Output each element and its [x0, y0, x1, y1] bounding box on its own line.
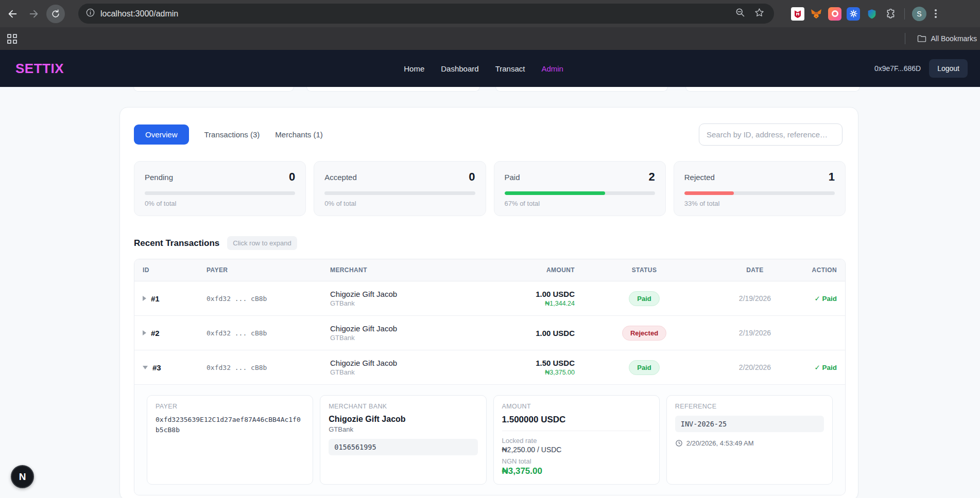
- reference-value: INV-2026-25: [675, 416, 824, 432]
- nav-links: Home Dashboard Transact Admin: [404, 64, 563, 73]
- tab-overview[interactable]: Overview: [134, 124, 189, 145]
- url-text[interactable]: localhost:3000/admin: [100, 9, 735, 19]
- wallet-address: 0x9e7F...686D: [874, 64, 921, 73]
- merchant-bank: GTBank: [329, 425, 477, 433]
- chevron-right-icon: [143, 296, 146, 301]
- nav-link-home[interactable]: Home: [404, 64, 424, 73]
- tx-id: #3: [152, 363, 161, 372]
- detail-card-amount: AMOUNT 1.500000 USDC Locked rate ₦2,250.…: [493, 395, 660, 485]
- table-row-expanded[interactable]: #3 0xfd32 ... cB8b Chigozie Gift JacobGT…: [134, 350, 845, 385]
- tx-action: ✓ Paid: [814, 364, 837, 371]
- progress-fill: [505, 191, 606, 195]
- forward-icon[interactable]: [25, 5, 43, 23]
- table-row[interactable]: #2 0xfd32 ... cB8b Chigozie Gift JacobGT…: [134, 316, 845, 350]
- header-date: DATE: [714, 266, 796, 274]
- tx-bank: GTBank: [330, 334, 467, 342]
- stat-caption: 0% of total: [324, 200, 475, 207]
- detail-label: PAYER: [156, 403, 304, 410]
- stat-card-rejected: Rejected1 33% of total: [674, 161, 846, 216]
- address-bar[interactable]: localhost:3000/admin: [78, 4, 774, 24]
- reload-icon[interactable]: [46, 5, 65, 23]
- stat-value: 1: [829, 170, 835, 184]
- profile-avatar[interactable]: S: [912, 7, 926, 21]
- tx-date: 2/20/2026: [739, 363, 771, 371]
- zoom-out-icon[interactable]: [735, 7, 746, 20]
- section-title: Recent Transactions: [134, 238, 219, 248]
- tx-amount: 1.50 USDC: [467, 359, 575, 367]
- tx-amount-ngn: ₦3,375.00: [467, 369, 575, 376]
- toolbar-divider: [904, 8, 905, 20]
- chevron-right-icon: [143, 330, 146, 335]
- logout-button[interactable]: Logout: [929, 59, 968, 78]
- stat-label: Rejected: [684, 173, 715, 182]
- header-merchant: MERCHANT: [330, 266, 467, 274]
- stat-card-paid: Paid2 67% of total: [494, 161, 666, 216]
- puzzle-extensions-icon[interactable]: [884, 7, 897, 21]
- stat-value: 0: [289, 170, 295, 184]
- mcafee-extension-icon[interactable]: [791, 7, 804, 21]
- menu-dots-icon[interactable]: [932, 9, 940, 18]
- tx-id: #2: [151, 329, 160, 337]
- detail-label: MERCHANT BANK: [329, 403, 477, 410]
- brand-logo[interactable]: SETTIX: [15, 61, 64, 77]
- tx-date: 2/19/2026: [739, 329, 771, 337]
- tx-amount: 1.00 USDC: [467, 290, 575, 298]
- detail-label: AMOUNT: [502, 403, 651, 410]
- header-action: ACTION: [796, 266, 845, 274]
- progress-track: [324, 191, 475, 195]
- reference-timestamp: 2/20/2026, 4:53:49 AM: [686, 439, 754, 447]
- detail-label: REFERENCE: [675, 403, 824, 410]
- header-amount: AMOUNT: [467, 266, 575, 274]
- bookmarks-divider: [905, 33, 905, 44]
- progress-track: [145, 191, 295, 195]
- tab-transactions[interactable]: Transactions (3): [204, 130, 260, 139]
- expand-hint-badge: Click row to expand: [227, 236, 297, 250]
- bookmark-star-icon[interactable]: [754, 7, 765, 20]
- clock-icon: [675, 439, 683, 447]
- site-info-icon[interactable]: [85, 8, 95, 20]
- ngn-total-value: ₦3,375.00: [502, 466, 651, 476]
- tx-id: #1: [151, 294, 160, 303]
- status-badge: Paid: [629, 360, 659, 375]
- header-id: ID: [134, 266, 207, 274]
- stat-caption: 0% of total: [145, 200, 295, 207]
- stat-card-accepted: Accepted0 0% of total: [314, 161, 486, 216]
- back-icon[interactable]: [3, 5, 22, 23]
- all-bookmarks-label: All Bookmarks: [931, 34, 977, 43]
- nav-link-dashboard[interactable]: Dashboard: [441, 64, 478, 73]
- nav-link-admin[interactable]: Admin: [541, 64, 563, 73]
- tx-date: 2/19/2026: [739, 294, 771, 303]
- orange-app-extension-icon[interactable]: [828, 7, 841, 21]
- stat-value: 2: [649, 170, 655, 184]
- status-badge: Paid: [629, 291, 659, 306]
- floating-n-button[interactable]: N: [11, 465, 34, 488]
- table-row[interactable]: #1 0xfd32 ... cB8b Chigozie Gift JacobGT…: [134, 281, 845, 316]
- ring-glyph: [832, 10, 838, 17]
- stat-label: Pending: [145, 173, 173, 182]
- metamask-extension-icon[interactable]: [810, 7, 823, 21]
- stat-value: 0: [469, 170, 475, 184]
- navbar-right: 0x9e7F...686D Logout: [874, 59, 968, 78]
- account-number: 0156561995: [329, 439, 477, 455]
- apps-grid-icon[interactable]: [7, 34, 17, 44]
- payer-full-address: 0xfd3235639E12C1d27aef87A46cBB4Ac1f0b5cB…: [156, 415, 304, 435]
- tx-amount: 1.00 USDC: [467, 329, 575, 337]
- nav-link-transact[interactable]: Transact: [495, 64, 525, 73]
- search-input[interactable]: [699, 123, 843, 146]
- tx-amount-ngn: ₦1,344.24: [467, 300, 575, 307]
- detail-card-reference: REFERENCE INV-2026-25 2/20/2026, 4:53:49…: [666, 395, 833, 485]
- snowflake-extension-icon[interactable]: [847, 7, 860, 21]
- browser-toolbar: localhost:3000/admin S: [0, 0, 980, 27]
- clipped-summary-card: [306, 87, 480, 92]
- status-badge: Rejected: [622, 326, 666, 341]
- locked-rate-label: Locked rate: [502, 437, 651, 444]
- tx-merchant: Chigozie Gift Jacob: [330, 359, 467, 367]
- detail-card-merchant-bank: MERCHANT BANK Chigozie Gift Jacob GTBank…: [320, 395, 486, 485]
- all-bookmarks-button[interactable]: All Bookmarks: [905, 33, 977, 44]
- table-header: ID PAYER MERCHANT AMOUNT STATUS DATE ACT…: [134, 259, 845, 281]
- shield-extension-icon[interactable]: [865, 7, 879, 21]
- tx-payer: 0xfd32 ... cB8b: [207, 329, 267, 337]
- stats-row: Pending0 0% of total Accepted0 0% of tot…: [134, 161, 846, 216]
- progress-fill: [684, 191, 734, 195]
- tab-merchants[interactable]: Merchants (1): [275, 130, 323, 139]
